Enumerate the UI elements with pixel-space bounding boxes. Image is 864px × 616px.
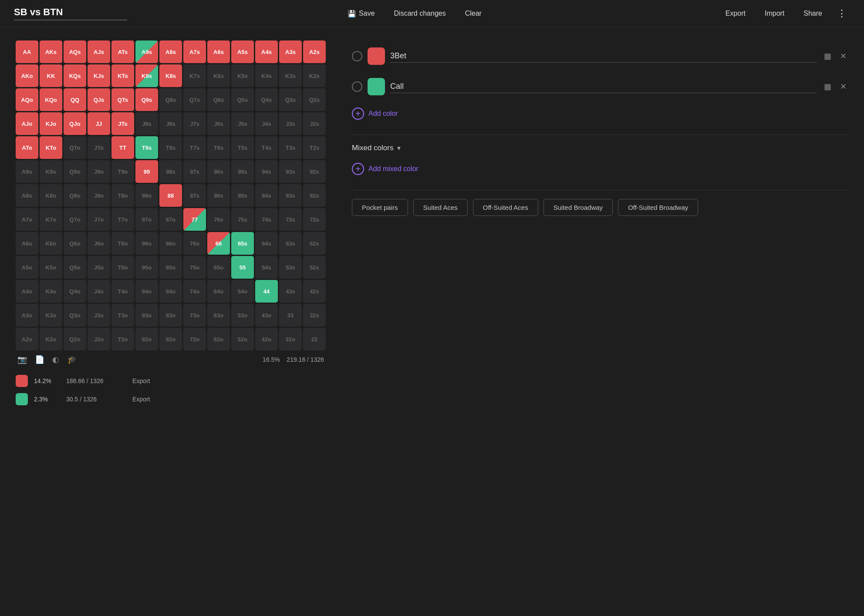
camera-icon[interactable]: 📷 [17, 355, 27, 364]
cell-q4s[interactable]: Q4s [255, 88, 278, 111]
cell-a2s[interactable]: A2s [303, 40, 326, 63]
cell-q3s[interactable]: Q3s [279, 88, 302, 111]
color-swatch-3bet[interactable] [368, 47, 385, 65]
cell-jj[interactable]: JJ [88, 112, 110, 135]
cell-aks[interactable]: AKs [40, 40, 62, 63]
cell-a3o[interactable]: A3o [16, 304, 38, 327]
cell-ajo[interactable]: AJo [16, 112, 38, 135]
cell-k3o[interactable]: K3o [40, 304, 62, 327]
cell-k8o[interactable]: K8o [40, 184, 62, 207]
cell-k2s[interactable]: K2s [303, 64, 326, 87]
import-button[interactable]: Import [757, 7, 792, 20]
cell-j9o[interactable]: J9o [88, 160, 110, 183]
cell-94s[interactable]: 94s [255, 160, 278, 183]
cell-t3s[interactable]: T3s [279, 136, 302, 159]
cell-66[interactable]: 66 [207, 232, 230, 255]
cell-qq[interactable]: QQ [64, 88, 86, 111]
delete-action-3bet[interactable]: ✕ [838, 50, 848, 63]
add-color-button[interactable]: + Add color [352, 106, 398, 121]
cell-q5o[interactable]: Q5o [64, 256, 86, 279]
cell-j8s[interactable]: J8s [159, 112, 182, 135]
cell-99[interactable]: 99 [135, 160, 158, 183]
cell-j9s[interactable]: J9s [135, 112, 158, 135]
cell-q7s[interactable]: Q7s [183, 88, 206, 111]
cell-98o[interactable]: 98o [135, 184, 158, 207]
export-button[interactable]: Export [718, 7, 753, 20]
cell-kjs[interactable]: KJs [88, 64, 110, 87]
cell-q6s[interactable]: Q6s [207, 88, 230, 111]
cell-tt[interactable]: TT [111, 136, 134, 159]
cell-k9s[interactable]: K9s [135, 64, 158, 87]
cell-ats[interactable]: ATs [111, 40, 134, 63]
cell-83o[interactable]: 83o [159, 304, 182, 327]
cell-k5o[interactable]: K5o [40, 256, 62, 279]
cell-33[interactable]: 33 [279, 304, 302, 327]
cell-q2s[interactable]: Q2s [303, 88, 326, 111]
cell-a4s[interactable]: A4s [255, 40, 278, 63]
cell-j2s[interactable]: J2s [303, 112, 326, 135]
cell-63s[interactable]: 63s [279, 232, 302, 255]
copy-icon[interactable]: 📄 [35, 355, 44, 364]
cell-j6s[interactable]: J6s [207, 112, 230, 135]
cell-42o[interactable]: 42o [255, 328, 278, 350]
preset-suited-broadway[interactable]: Suited Broadway [543, 199, 613, 216]
cell-k6s[interactable]: K6s [207, 64, 230, 87]
cell-75s[interactable]: 75s [231, 208, 254, 231]
cell-76o[interactable]: 76o [183, 232, 206, 255]
cell-42s[interactable]: 42s [303, 280, 326, 303]
cell-85o[interactable]: 85o [159, 256, 182, 279]
cell-aqo[interactable]: AQo [16, 88, 38, 111]
cell-72o[interactable]: 72o [183, 328, 206, 350]
cell-t2s[interactable]: T2s [303, 136, 326, 159]
cell-j7s[interactable]: J7s [183, 112, 206, 135]
cell-a5s[interactable]: A5s [231, 40, 254, 63]
cell-a9s[interactable]: A9s [135, 40, 158, 63]
delete-action-call[interactable]: ✕ [838, 80, 848, 93]
cell-q9s[interactable]: Q9s [135, 88, 158, 111]
cell-qts[interactable]: QTs [111, 88, 134, 111]
cell-65o[interactable]: 65o [207, 256, 230, 279]
discard-button[interactable]: Discard changes [386, 7, 454, 20]
cell-t6s[interactable]: T6s [207, 136, 230, 159]
cell-jts[interactable]: JTs [111, 112, 134, 135]
cell-q9o[interactable]: Q9o [64, 160, 86, 183]
cell-k4o[interactable]: K4o [40, 280, 62, 303]
cell-q3o[interactable]: Q3o [64, 304, 86, 327]
cell-j3o[interactable]: J3o [88, 304, 110, 327]
cell-55[interactable]: 55 [231, 256, 254, 279]
cell-77[interactable]: 77 [183, 208, 206, 231]
cell-t7s[interactable]: T7s [183, 136, 206, 159]
cell-75o[interactable]: 75o [183, 256, 206, 279]
cell-q8s[interactable]: Q8s [159, 88, 182, 111]
cell-t8s[interactable]: T8s [159, 136, 182, 159]
cell-65s[interactable]: 65s [231, 232, 254, 255]
cell-a6o[interactable]: A6o [16, 232, 38, 255]
cell-52o[interactable]: 52o [231, 328, 254, 350]
cell-72s[interactable]: 72s [303, 208, 326, 231]
cell-94o[interactable]: 94o [135, 280, 158, 303]
cell-t8o[interactable]: T8o [111, 184, 134, 207]
cell-j2o[interactable]: J2o [88, 328, 110, 350]
cell-74s[interactable]: 74s [255, 208, 278, 231]
cell-44[interactable]: 44 [255, 280, 278, 303]
cell-82s[interactable]: 82s [303, 184, 326, 207]
cell-64s[interactable]: 64s [255, 232, 278, 255]
cell-j8o[interactable]: J8o [88, 184, 110, 207]
cell-96o[interactable]: 96o [135, 232, 158, 255]
cell-q5s[interactable]: Q5s [231, 88, 254, 111]
cell-76s[interactable]: 76s [207, 208, 230, 231]
cell-96s[interactable]: 96s [207, 160, 230, 183]
cell-62o[interactable]: 62o [207, 328, 230, 350]
cell-q7o[interactable]: Q7o [64, 208, 86, 231]
cell-85s[interactable]: 85s [231, 184, 254, 207]
cell-88[interactable]: 88 [159, 184, 182, 207]
cell-k7o[interactable]: K7o [40, 208, 62, 231]
cell-t4o[interactable]: T4o [111, 280, 134, 303]
cell-a8o[interactable]: A8o [16, 184, 38, 207]
cell-84o[interactable]: 84o [159, 280, 182, 303]
cell-k6o[interactable]: K6o [40, 232, 62, 255]
color-swatch-call[interactable] [368, 78, 385, 95]
cell-kts[interactable]: KTs [111, 64, 134, 87]
cell-k4s[interactable]: K4s [255, 64, 278, 87]
add-mixed-color-button[interactable]: + Add mixed color [352, 161, 418, 177]
